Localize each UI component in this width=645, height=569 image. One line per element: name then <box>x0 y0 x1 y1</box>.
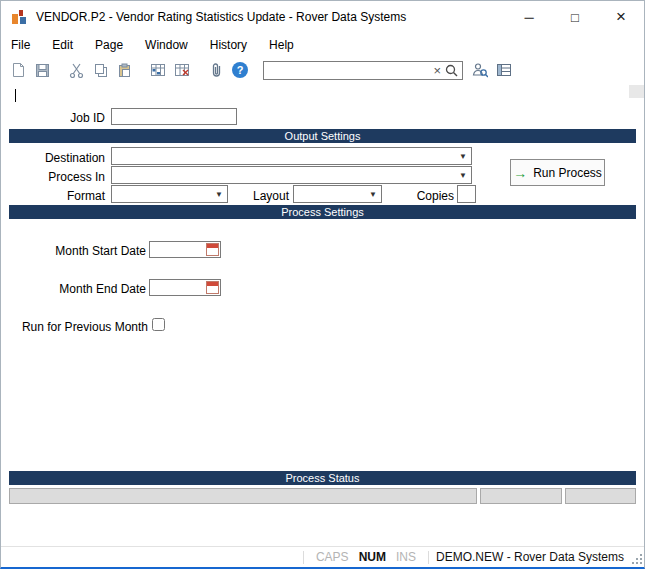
month-start-date-input[interactable] <box>149 241 221 258</box>
menu-page[interactable]: Page <box>93 35 133 55</box>
previous-month-checkbox[interactable] <box>152 318 165 331</box>
layout-combobox[interactable]: ▼ <box>293 185 382 203</box>
menu-file[interactable]: File <box>9 35 40 55</box>
chevron-down-icon: ▼ <box>457 171 471 180</box>
minimize-button[interactable]: ─ <box>506 1 552 33</box>
menu-history[interactable]: History <box>208 35 257 55</box>
calendar-icon[interactable] <box>206 281 219 294</box>
chevron-down-icon: ▼ <box>367 190 381 199</box>
attachment-icon[interactable] <box>207 61 225 79</box>
section-process-status: Process Status <box>9 471 636 485</box>
run-process-button[interactable]: → Run Process <box>510 159 605 186</box>
chevron-down-icon: ▼ <box>457 152 471 161</box>
copies-input[interactable] <box>457 185 476 203</box>
calendar-icon[interactable] <box>206 243 219 256</box>
copy-icon[interactable] <box>91 61 109 79</box>
app-window: VENDOR.P2 - Vendor Rating Statistics Upd… <box>0 0 645 569</box>
new-document-icon[interactable] <box>9 61 27 79</box>
caps-lock-indicator: CAPS <box>316 550 349 564</box>
maximize-button[interactable]: □ <box>552 1 598 33</box>
statusbar-separator <box>428 551 429 564</box>
statusbar: CAPS NUM INS DEMO.NEW - Rover Data Syste… <box>1 546 644 567</box>
process-status-field-2 <box>480 488 562 504</box>
help-icon[interactable]: ? <box>231 61 249 79</box>
paste-icon[interactable] <box>115 61 133 79</box>
cut-icon[interactable] <box>67 61 85 79</box>
previous-month-label: Run for Previous Month <box>22 320 148 334</box>
table-data-icon[interactable] <box>149 61 167 79</box>
process-status-field-1 <box>9 488 477 504</box>
window-title: VENDOR.P2 - Vendor Rating Statistics Upd… <box>36 10 406 24</box>
menu-window[interactable]: Window <box>143 35 198 55</box>
num-lock-indicator: NUM <box>359 550 386 564</box>
process-in-combobox[interactable]: ▼ <box>111 166 472 184</box>
menu-edit[interactable]: Edit <box>50 35 83 55</box>
titlebar: VENDOR.P2 - Vendor Rating Statistics Upd… <box>1 1 644 33</box>
statusbar-separator <box>303 551 304 564</box>
save-icon[interactable] <box>33 61 51 79</box>
section-process-settings: Process Settings <box>9 205 636 219</box>
search-input[interactable] <box>264 63 429 78</box>
run-process-label: Run Process <box>533 166 602 180</box>
user-search-icon[interactable] <box>471 61 489 79</box>
close-button[interactable]: × <box>598 1 644 33</box>
copies-label: Copies <box>417 189 454 203</box>
format-label: Format <box>67 189 105 203</box>
run-arrow-icon: → <box>513 166 527 180</box>
toolbar-search-box: × <box>263 61 463 80</box>
toolbar: ? × <box>1 56 644 84</box>
section-output-settings: Output Settings <box>9 129 636 143</box>
destination-combobox[interactable]: ▼ <box>111 147 472 165</box>
text-caret <box>15 89 16 102</box>
job-id-input[interactable] <box>111 108 237 125</box>
month-start-date-label: Month Start Date <box>55 244 146 258</box>
menu-help[interactable]: Help <box>267 35 304 55</box>
process-status-field-3 <box>565 488 636 504</box>
table-view-icon[interactable] <box>495 61 513 79</box>
process-in-label: Process In <box>48 170 105 184</box>
help-glyph: ? <box>232 62 248 78</box>
search-icon[interactable] <box>445 64 462 77</box>
month-end-date-input[interactable] <box>149 279 221 296</box>
table-remove-icon[interactable] <box>173 61 191 79</box>
app-logo-icon <box>11 9 27 25</box>
session-info: DEMO.NEW - Rover Data Systems <box>436 550 624 564</box>
layout-label: Layout <box>253 189 289 203</box>
menubar: File Edit Page Window History Help <box>1 33 644 56</box>
search-clear-icon[interactable]: × <box>429 62 445 79</box>
chevron-down-icon: ▼ <box>213 190 227 199</box>
destination-label: Destination <box>45 151 105 165</box>
month-end-date-label: Month End Date <box>59 282 146 296</box>
resize-grip[interactable] <box>630 552 643 565</box>
job-id-label: Job ID <box>70 111 105 125</box>
caption-buttons: ─ □ × <box>506 1 644 33</box>
vertical-scrollbar[interactable] <box>629 85 645 98</box>
format-combobox[interactable]: ▼ <box>111 185 228 203</box>
insert-mode-indicator: INS <box>396 550 416 564</box>
